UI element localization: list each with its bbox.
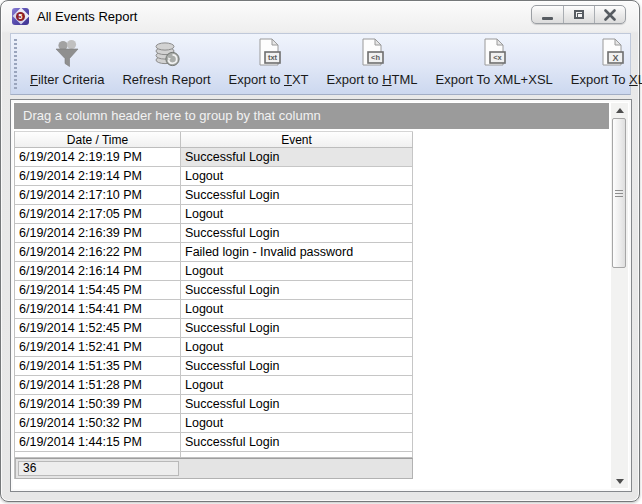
event-cell[interactable]: Logout bbox=[181, 167, 413, 185]
table-row[interactable]: 6/19/2014 2:16:39 PM Successful Login bbox=[15, 224, 413, 243]
window-title: All Events Report bbox=[37, 9, 137, 24]
toolbar: Filter Criteria Refresh Report bbox=[10, 33, 631, 95]
date-time-cell[interactable]: 6/19/2014 1:54:41 PM bbox=[15, 300, 181, 318]
date-time-cell[interactable]: 6/19/2014 1:51:35 PM bbox=[15, 357, 181, 375]
export-html-label: Export to HTML bbox=[327, 72, 418, 87]
date-time-cell[interactable]: 6/19/2014 2:19:19 PM bbox=[15, 148, 181, 166]
table-row[interactable]: 6/19/2014 1:54:45 PM Successful Login bbox=[15, 281, 413, 300]
svg-text:X: X bbox=[613, 53, 619, 63]
date-time-cell[interactable]: 6/19/2014 2:16:39 PM bbox=[15, 224, 181, 242]
scroll-down-button[interactable] bbox=[611, 474, 628, 488]
date-time-cell[interactable]: 6/19/2014 2:19:14 PM bbox=[15, 167, 181, 185]
scroll-up-button[interactable] bbox=[611, 103, 628, 117]
close-button[interactable] bbox=[594, 6, 625, 23]
date-time-cell[interactable]: 6/19/2014 1:50:32 PM bbox=[15, 414, 181, 432]
refresh-database-icon bbox=[150, 37, 184, 71]
scroll-up-icon bbox=[616, 108, 624, 113]
table-row[interactable]: 6/19/2014 1:51:35 PM Successful Login bbox=[15, 357, 413, 376]
event-cell[interactable]: Failed login - Invalid password bbox=[181, 243, 413, 261]
event-cell[interactable]: Logout bbox=[181, 300, 413, 318]
svg-text:<h: <h bbox=[371, 53, 380, 62]
table-row[interactable]: 6/19/2014 2:16:22 PM Failed login - Inva… bbox=[15, 243, 413, 262]
date-time-cell[interactable]: 6/19/2014 1:52:41 PM bbox=[15, 338, 181, 356]
minimize-icon bbox=[542, 17, 553, 20]
table-footer: 36 bbox=[15, 458, 413, 479]
date-time-cell[interactable]: 6/19/2014 2:16:14 PM bbox=[15, 262, 181, 280]
export-xls-button[interactable]: X Export To XLS bbox=[562, 36, 642, 92]
event-cell[interactable]: Successful Login bbox=[181, 281, 413, 299]
event-cell[interactable]: Logout bbox=[181, 376, 413, 394]
window: 5 All Events Report bbox=[0, 0, 640, 502]
table-row[interactable]: 6/19/2014 1:44:15 PM Successful Login bbox=[15, 433, 413, 452]
event-cell[interactable]: Logout bbox=[181, 262, 413, 280]
close-icon bbox=[604, 9, 616, 21]
export-xls-label: Export To XLS bbox=[571, 72, 642, 87]
date-time-cell[interactable]: 6/19/2014 2:17:05 PM bbox=[15, 205, 181, 223]
table-body: 6/19/2014 2:19:19 PM Successful Login 6/… bbox=[15, 148, 413, 452]
table-row[interactable]: 6/19/2014 2:19:19 PM Successful Login bbox=[15, 148, 413, 167]
date-time-cell[interactable]: 6/19/2014 1:44:15 PM bbox=[15, 433, 181, 451]
event-cell[interactable]: Successful Login bbox=[181, 186, 413, 204]
export-xml-xsl-button[interactable]: <x Export To XML+XSL bbox=[427, 36, 562, 92]
svg-text:txt: txt bbox=[267, 53, 277, 62]
group-by-bar[interactable]: Drag a column header here to group by th… bbox=[14, 103, 609, 129]
document-xls-icon: X bbox=[595, 37, 629, 71]
filter-criteria-button[interactable]: Filter Criteria bbox=[21, 36, 113, 92]
titlebar[interactable]: 5 All Events Report bbox=[1, 1, 639, 31]
event-cell[interactable]: Logout bbox=[181, 205, 413, 223]
document-html-icon: <h bbox=[355, 37, 389, 71]
toolbar-gripper[interactable] bbox=[14, 39, 17, 89]
table-row[interactable]: 6/19/2014 2:19:14 PM Logout bbox=[15, 167, 413, 186]
date-time-cell[interactable]: 6/19/2014 1:51:28 PM bbox=[15, 376, 181, 394]
app-icon: 5 bbox=[12, 8, 29, 25]
document-xml-icon: <x bbox=[477, 37, 511, 71]
event-cell[interactable]: Successful Login bbox=[181, 148, 413, 166]
scrollbar-grip-icon bbox=[615, 190, 623, 197]
table-row[interactable]: 6/19/2014 1:51:28 PM Logout bbox=[15, 376, 413, 395]
minimize-button[interactable] bbox=[532, 6, 563, 23]
table-row[interactable]: 6/19/2014 1:52:45 PM Successful Login bbox=[15, 319, 413, 338]
column-header-event[interactable]: Event bbox=[181, 132, 413, 147]
vertical-scrollbar[interactable] bbox=[611, 103, 628, 488]
event-cell[interactable]: Successful Login bbox=[181, 357, 413, 375]
event-cell[interactable]: Successful Login bbox=[181, 433, 413, 451]
table-row[interactable]: 6/19/2014 1:52:41 PM Logout bbox=[15, 338, 413, 357]
funnel-icon bbox=[51, 39, 83, 71]
window-controls bbox=[531, 5, 626, 24]
table-row[interactable]: 6/19/2014 2:17:10 PM Successful Login bbox=[15, 186, 413, 205]
event-cell[interactable]: Successful Login bbox=[181, 224, 413, 242]
event-cell[interactable]: Successful Login bbox=[181, 395, 413, 413]
table-row[interactable]: 6/19/2014 1:54:41 PM Logout bbox=[15, 300, 413, 319]
filter-criteria-label: Filter Criteria bbox=[30, 72, 104, 87]
export-txt-label: Export to TXT bbox=[229, 72, 309, 87]
event-cell[interactable]: Logout bbox=[181, 338, 413, 356]
app-icon-number: 5 bbox=[16, 12, 25, 21]
export-xml-xsl-label: Export To XML+XSL bbox=[436, 72, 553, 87]
date-time-cell[interactable]: 6/19/2014 1:52:45 PM bbox=[15, 319, 181, 337]
maximize-icon bbox=[574, 10, 584, 19]
maximize-button[interactable] bbox=[563, 6, 594, 23]
svg-text:<x: <x bbox=[493, 53, 502, 62]
column-header-date-time[interactable]: Date / Time bbox=[15, 132, 181, 147]
events-grid: Drag a column header here to group by th… bbox=[10, 99, 632, 492]
event-cell[interactable]: Successful Login bbox=[181, 319, 413, 337]
date-time-cell[interactable]: 6/19/2014 2:16:22 PM bbox=[15, 243, 181, 261]
row-count: 36 bbox=[18, 461, 179, 476]
date-time-cell[interactable]: 6/19/2014 1:54:45 PM bbox=[15, 281, 181, 299]
events-table: Date / Time Event 6/19/2014 2:19:19 PM S… bbox=[14, 131, 413, 479]
scroll-down-icon bbox=[616, 479, 624, 484]
table-row[interactable]: 6/19/2014 2:17:05 PM Logout bbox=[15, 205, 413, 224]
document-txt-icon: txt bbox=[252, 37, 286, 71]
refresh-report-button[interactable]: Refresh Report bbox=[113, 36, 219, 92]
event-cell[interactable]: Logout bbox=[181, 414, 413, 432]
table-header: Date / Time Event bbox=[15, 131, 413, 148]
table-row[interactable]: 6/19/2014 2:16:14 PM Logout bbox=[15, 262, 413, 281]
export-html-button[interactable]: <h Export to HTML bbox=[318, 36, 427, 92]
scrollbar-thumb[interactable] bbox=[612, 118, 626, 268]
export-txt-button[interactable]: txt Export to TXT bbox=[220, 36, 318, 92]
refresh-report-label: Refresh Report bbox=[122, 72, 210, 87]
table-row[interactable]: 6/19/2014 1:50:32 PM Logout bbox=[15, 414, 413, 433]
table-row[interactable]: 6/19/2014 1:50:39 PM Successful Login bbox=[15, 395, 413, 414]
date-time-cell[interactable]: 6/19/2014 1:50:39 PM bbox=[15, 395, 181, 413]
date-time-cell[interactable]: 6/19/2014 2:17:10 PM bbox=[15, 186, 181, 204]
